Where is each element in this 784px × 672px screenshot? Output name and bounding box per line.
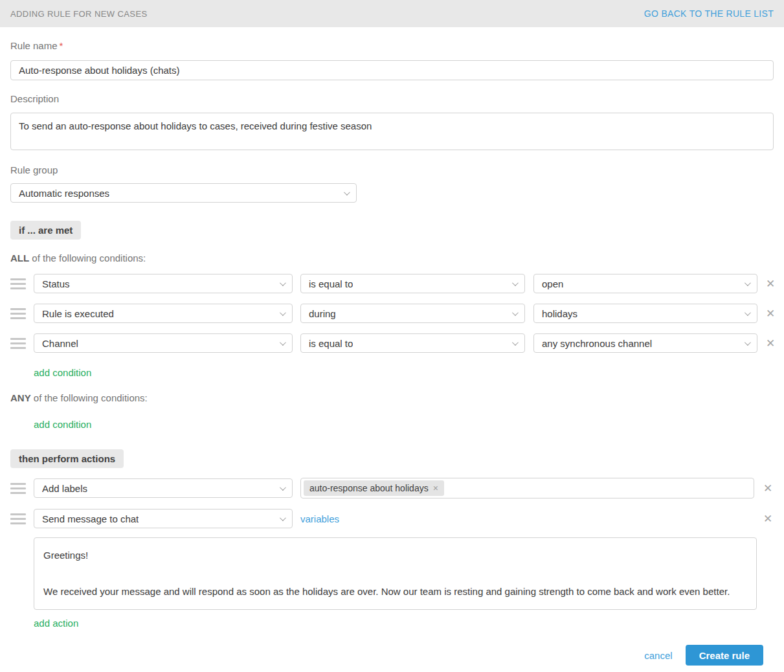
chevron-down-icon — [280, 309, 286, 316]
add-condition-link-all[interactable]: add condition — [34, 367, 91, 378]
add-action-link[interactable]: add action — [34, 618, 78, 629]
chevron-down-icon — [745, 339, 751, 346]
if-conditions-badge: if ... are met — [10, 221, 81, 240]
variables-link[interactable]: variables — [300, 513, 754, 524]
header-bar: ADDING RULE FOR NEW CASES GO BACK TO THE… — [0, 0, 784, 27]
drag-handle-icon[interactable] — [10, 308, 26, 319]
labels-input[interactable]: auto-response about holidays × — [300, 478, 754, 498]
action-type-select[interactable]: Add labels — [34, 478, 293, 498]
drag-handle-icon[interactable] — [10, 338, 26, 349]
description-label: Description — [10, 93, 774, 104]
chip-remove-icon[interactable]: × — [433, 484, 438, 493]
rule-name-input[interactable] — [10, 60, 774, 80]
then-actions-badge: then perform actions — [10, 449, 124, 468]
drag-handle-icon[interactable] — [10, 513, 26, 524]
message-input[interactable]: Greetings! We received your message and … — [34, 537, 757, 610]
label-chip: auto-response about holidays × — [304, 480, 444, 496]
add-condition-link-any[interactable]: add condition — [34, 419, 91, 430]
create-rule-button[interactable]: Create rule — [686, 645, 763, 666]
condition-row: Channel is equal to any synchronous chan… — [10, 333, 774, 353]
chevron-down-icon — [280, 339, 286, 346]
page-title: ADDING RULE FOR NEW CASES — [10, 9, 148, 19]
chevron-down-icon — [280, 280, 286, 286]
remove-condition-icon[interactable]: ✕ — [765, 338, 776, 349]
drag-handle-icon[interactable] — [10, 278, 26, 289]
chevron-down-icon — [280, 515, 286, 521]
action-type-select[interactable]: Send message to chat — [34, 509, 293, 528]
condition-value-select[interactable]: open — [533, 274, 757, 293]
all-conditions-heading: ALL of the following conditions: — [10, 252, 774, 263]
chevron-down-icon — [745, 309, 751, 316]
condition-field-select[interactable]: Channel — [34, 333, 293, 353]
any-conditions-heading: ANY of the following conditions: — [10, 392, 774, 403]
condition-row: Status is equal to open ✕ — [10, 274, 774, 293]
condition-field-select[interactable]: Status — [34, 274, 293, 293]
rule-group-select[interactable]: Automatic responses — [10, 183, 357, 203]
description-input[interactable]: To send an auto-response about holidays … — [10, 113, 774, 150]
chevron-down-icon — [512, 309, 519, 316]
condition-field-select[interactable]: Rule is executed — [34, 304, 293, 323]
chevron-down-icon — [512, 280, 519, 286]
remove-action-icon[interactable]: ✕ — [762, 483, 774, 494]
chevron-down-icon — [512, 339, 519, 346]
condition-value-select[interactable]: holidays — [533, 304, 757, 323]
rule-name-label: Rule name* — [10, 40, 774, 51]
chevron-down-icon — [745, 280, 751, 286]
remove-action-icon[interactable]: ✕ — [762, 513, 774, 524]
required-asterisk: * — [60, 40, 63, 51]
condition-value-select[interactable]: any synchronous channel — [533, 333, 757, 353]
remove-condition-icon[interactable]: ✕ — [765, 308, 776, 319]
chevron-down-icon — [344, 189, 350, 196]
action-row: Add labels auto-response about holidays … — [10, 478, 774, 498]
rule-group-label: Rule group — [10, 164, 774, 175]
chevron-down-icon — [280, 484, 286, 491]
cancel-link[interactable]: cancel — [644, 650, 672, 661]
go-back-link[interactable]: GO BACK TO THE RULE LIST — [644, 8, 774, 19]
drag-handle-icon[interactable] — [10, 483, 26, 494]
action-row: Send message to chat variables ✕ — [10, 509, 774, 528]
condition-operator-select[interactable]: is equal to — [300, 333, 525, 353]
remove-condition-icon[interactable]: ✕ — [765, 278, 776, 289]
condition-row: Rule is executed during holidays ✕ — [10, 304, 774, 323]
condition-operator-select[interactable]: during — [300, 304, 525, 323]
condition-operator-select[interactable]: is equal to — [300, 274, 525, 293]
